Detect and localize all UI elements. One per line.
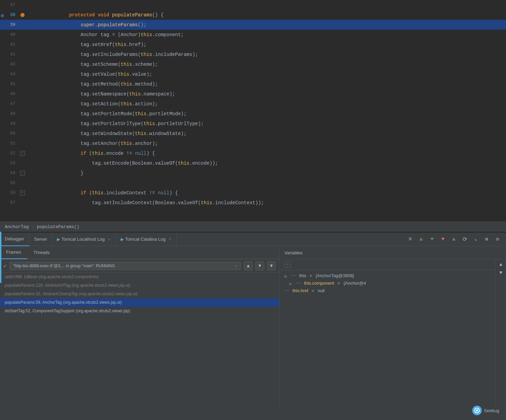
- frame-text-0: setId:988, UIBean (org.apache.struts2.co…: [5, 274, 99, 279]
- subtab-frames[interactable]: Frames: [0, 246, 27, 259]
- scroll-btns: ▲ ▼: [495, 259, 506, 406]
- frame-item-2[interactable]: populateParams:32, AbstractClosingTag (o…: [0, 290, 279, 298]
- scroll-top-btn[interactable]: ▲: [497, 261, 505, 268]
- frame-text-2: populateParams:32, AbstractClosingTag (o…: [5, 291, 137, 296]
- var-expand-component[interactable]: ▶: [289, 281, 294, 286]
- line-number-51: 51: [0, 141, 19, 146]
- line-number-43: 43: [0, 62, 19, 67]
- frame-item-0[interactable]: setId:988, UIBean (org.apache.struts2.co…: [0, 273, 279, 281]
- tab-icon-catalina: ▶: [121, 237, 124, 242]
- var-expand-this[interactable]: ▶: [284, 274, 289, 279]
- breadcrumb-bar: AnchorTag › populateParams(): [0, 222, 506, 232]
- step-over-icon: ▼: [430, 236, 434, 242]
- line-number-45: 45: [0, 81, 19, 87]
- line-number-47: 47: [0, 101, 19, 106]
- subtab-threads-label: Threads: [33, 250, 50, 255]
- variables-header-label: Variables: [284, 250, 302, 255]
- scroll-up-btn[interactable]: ▲: [244, 261, 253, 270]
- line-number-48: 48: [0, 111, 19, 116]
- tab-tomcat-catalina[interactable]: ▶ Tomcat Catalina Log ✕: [116, 232, 177, 246]
- step-over-btn[interactable]: ▼: [427, 234, 437, 244]
- right-panel: + ▶ ∞∞ this = {AnchorTag@3908} ▶: [280, 259, 495, 406]
- gutter-52: ▽: [19, 151, 26, 156]
- tab-icon-localhost: ▶: [57, 237, 60, 242]
- menu-btn[interactable]: ≡: [405, 234, 415, 244]
- fold-icon-54[interactable]: △: [20, 171, 25, 176]
- tab-server[interactable]: Server: [29, 232, 52, 246]
- layout-btn[interactable]: ⊞: [481, 234, 492, 244]
- var-equals-component: =: [338, 281, 340, 286]
- layout-icon: ⊞: [485, 236, 488, 242]
- var-value-this: {AnchorTag@3908}: [316, 273, 354, 278]
- toolbar-right: ≡ ▲ ▼ ▼ ▲ ⟳ ↘: [405, 234, 506, 244]
- line-number-50: 50: [0, 131, 19, 136]
- add-watch-btn[interactable]: +: [284, 261, 291, 268]
- var-equals-this: =: [310, 273, 312, 278]
- sub-tab-bar: Frames Threads: [0, 246, 279, 259]
- menu-icon: ≡: [408, 236, 412, 242]
- evaluate-icon: ⟳: [463, 236, 467, 243]
- evaluate-btn[interactable]: ⟳: [460, 234, 470, 244]
- var-value-href: null: [318, 288, 325, 293]
- tab-tomcat-localhost[interactable]: ▶ Tomcat Localhost Log ✕: [52, 232, 116, 246]
- thread-dropdown[interactable]: "http-bio-8088-exec-6"@3,... in group "m…: [10, 262, 241, 270]
- settings-btn[interactable]: ↘: [471, 234, 481, 244]
- line-number-56: 56: [0, 190, 19, 195]
- svg-point-2: [476, 409, 478, 411]
- scroll-down-btn[interactable]: ▼: [255, 261, 264, 270]
- tab-tomcat-localhost-label: Tomcat Localhost Log: [61, 237, 104, 242]
- tab-debugger-label: Debugger: [5, 236, 24, 241]
- tab-close-catalina[interactable]: ✕: [168, 237, 172, 242]
- debugger-tab-bar: Debugger Server ▶ Tomcat Localhost Log ✕…: [0, 232, 506, 246]
- line-number-55: 55: [0, 180, 19, 185]
- var-name-component: this.component: [304, 281, 334, 286]
- frame-text-1: populateParams:129, AbstractUITag (org.a…: [5, 283, 130, 288]
- tab-close-localhost[interactable]: ✕: [107, 237, 111, 242]
- sub-header: Frames Threads Variables: [0, 246, 506, 259]
- subtab-threads[interactable]: Threads: [27, 246, 56, 259]
- chevron-down-icon: ▾: [235, 264, 237, 268]
- subtab-frames-label: Frames: [6, 250, 21, 255]
- more-btn[interactable]: ⊟: [492, 234, 503, 244]
- variables-list: ▶ ∞∞ this = {AnchorTag@3908} ▶ ∞∞ this.c…: [280, 270, 495, 406]
- var-icon-href: ∞∞: [284, 288, 290, 292]
- var-item-component: ▶ ∞∞ this.component = {Anchor@4: [280, 280, 495, 287]
- variables-toolbar: +: [280, 259, 495, 270]
- line-number-38: ⊙ 38: [0, 12, 19, 17]
- variables-header-container: Variables: [280, 246, 506, 259]
- var-name-this: this: [299, 273, 306, 278]
- code-line-54: 54 △ }: [0, 168, 506, 178]
- frame-item-3[interactable]: populateParams:59, AnchorTag (org.apache…: [0, 298, 279, 307]
- var-icon-this: ∞∞: [291, 273, 297, 277]
- check-icon: ✔: [3, 262, 7, 269]
- line-number-52: 52: [0, 151, 19, 156]
- tab-debugger[interactable]: Debugger: [0, 232, 29, 246]
- frame-item-4[interactable]: doStartTag:52, ComponentTagSupport (org.…: [0, 307, 279, 315]
- code-line-57: 57 tag.setIncludeContext(Boolean.valueOf…: [0, 198, 506, 208]
- fold-icon-52[interactable]: ▽: [20, 151, 25, 156]
- stack-frames-list: setId:988, UIBean (org.apache.struts2.co…: [0, 273, 279, 406]
- line-number-54: 54: [0, 170, 19, 176]
- tab-tomcat-catalina-label: Tomcat Catalina Log: [125, 237, 166, 242]
- gutter-38: [19, 13, 26, 17]
- line-content-57: tag.setIncludeContext(Boolean.valueOf(th…: [26, 195, 264, 211]
- gutter-56: ▽: [19, 191, 26, 195]
- debugger-main-content: ✔ "http-bio-8088-exec-6"@3,... in group …: [0, 259, 506, 406]
- resume-btn[interactable]: ▲: [416, 234, 426, 244]
- frame-item-1[interactable]: populateParams:129, AbstractUITag (org.a…: [0, 281, 279, 290]
- tab-server-label: Server: [34, 237, 47, 242]
- filter-btn[interactable]: ▼: [267, 261, 276, 270]
- seebug-label: Seebug: [484, 408, 499, 413]
- line-number-57: 57: [0, 200, 19, 205]
- fold-icon-56[interactable]: ▽: [20, 191, 25, 195]
- settings-icon: ↘: [474, 237, 477, 242]
- var-icon-component: ∞∞: [296, 281, 301, 285]
- step-out-icon: ▲: [452, 236, 456, 242]
- step-out-btn[interactable]: ▲: [449, 234, 459, 244]
- scroll-bottom-btn[interactable]: ▼: [497, 269, 505, 276]
- thread-dropdown-text: "http-bio-8088-exec-6"@3,... in group "m…: [13, 264, 115, 268]
- force-step-btn[interactable]: ▼: [438, 234, 448, 244]
- var-item-this: ▶ ∞∞ this = {AnchorTag@3908}: [280, 272, 495, 280]
- line-number-37: 37: [0, 2, 19, 7]
- resume-icon: ▲: [419, 236, 423, 242]
